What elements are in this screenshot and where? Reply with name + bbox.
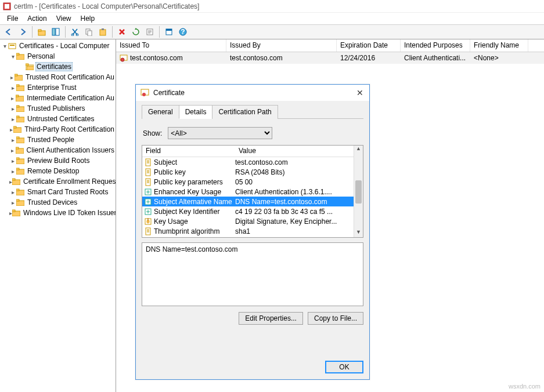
tree-item[interactable]: ▸Windows Live ID Token Issuer — [0, 208, 116, 218]
field-label: Subject Alternative Name — [153, 198, 235, 206]
tree-item[interactable]: ▸Untrusted Certificates — [0, 114, 116, 124]
field-label: Public key parameters — [153, 178, 235, 186]
tab-certpath[interactable]: Certification Path — [212, 105, 278, 119]
tree-item[interactable]: ▸Trusted People — [0, 135, 116, 145]
field-row[interactable]: Thumbprint algorithmsha1 — [142, 226, 354, 236]
tree-item[interactable]: ▸Trusted Root Certification Au — [0, 72, 116, 82]
tree-item[interactable]: ▸Client Authentication Issuers — [0, 145, 116, 155]
scroll-thumb[interactable] — [355, 180, 362, 204]
fields-scrollbar[interactable]: ▲ ▼ — [354, 146, 363, 237]
field-icon — [143, 158, 153, 166]
cut-button[interactable] — [69, 26, 81, 38]
tab-details[interactable]: Details — [179, 105, 213, 119]
field-value: Digital Signature, Key Encipher... — [235, 217, 354, 226]
menu-action[interactable]: Action — [23, 13, 51, 24]
fields-col-field[interactable]: Field — [142, 146, 235, 157]
col-issued-to[interactable]: Issued To — [116, 39, 226, 52]
delete-button[interactable] — [116, 26, 128, 38]
svg-rect-17 — [9, 43, 16, 49]
folder-icon — [16, 136, 24, 144]
svg-rect-4 — [52, 28, 55, 35]
cert-icon — [120, 54, 128, 62]
menu-help[interactable]: Help — [76, 13, 100, 24]
scroll-down-icon[interactable]: ▼ — [354, 229, 363, 237]
svg-rect-57 — [146, 169, 150, 176]
field-row[interactable]: Enhanced Key UsageClient Authentication … — [142, 187, 354, 197]
svg-rect-39 — [16, 147, 19, 149]
col-friendly[interactable]: Friendly Name — [470, 39, 528, 52]
dialog-title-bar[interactable]: Certificate ✕ — [136, 85, 369, 101]
field-icon — [143, 168, 153, 176]
svg-point-53 — [121, 58, 124, 61]
col-expiration[interactable]: Expiration Date — [337, 39, 401, 52]
properties-button[interactable] — [163, 26, 175, 38]
svg-rect-35 — [13, 126, 16, 128]
field-icon — [143, 227, 153, 235]
tree-item[interactable]: ▸Certificate Enrollment Reques — [0, 176, 116, 187]
folder-open-icon — [26, 63, 34, 71]
tree-root[interactable]: ▾ Certificates - Local Computer — [0, 41, 116, 51]
field-value: test.contoso.com — [235, 158, 354, 166]
tree-item[interactable]: ▸Smart Card Trusted Roots — [0, 187, 116, 197]
tree-item[interactable]: ▸Remote Desktop — [0, 166, 116, 176]
field-row[interactable]: Subject Alternative NameDNS Name=test.co… — [142, 197, 354, 206]
tree-item[interactable]: ▸Enterprise Trust — [0, 82, 116, 93]
svg-rect-58 — [146, 179, 150, 186]
fields-col-value[interactable]: Value — [235, 146, 354, 157]
back-button[interactable] — [2, 26, 15, 38]
menu-file[interactable]: File — [2, 13, 23, 24]
svg-rect-10 — [100, 30, 106, 35]
tree-item[interactable]: ▸Preview Build Roots — [0, 155, 116, 166]
menu-view[interactable]: View — [52, 13, 76, 24]
col-issued-by[interactable]: Issued By — [226, 39, 337, 52]
svg-text:!: ! — [147, 217, 149, 225]
forward-button[interactable] — [16, 26, 29, 38]
toolbar-separator — [112, 26, 113, 38]
field-row[interactable]: Subject Key Identifierc4 19 22 03 fa bb … — [142, 206, 354, 216]
refresh-button[interactable] — [129, 26, 142, 38]
tree-item[interactable]: ▸Intermediate Certification Au — [0, 93, 116, 103]
field-row[interactable]: Public key parameters05 00 — [142, 177, 354, 187]
svg-rect-1 — [5, 4, 9, 9]
tree-item[interactable]: ▸Trusted Devices — [0, 197, 116, 208]
toolbar-separator — [159, 26, 160, 38]
svg-rect-18 — [10, 45, 15, 46]
cell-friendly: <None> — [470, 53, 528, 63]
field-detail-box[interactable]: DNS Name=test.contoso.com — [142, 242, 363, 306]
folder-icon — [16, 104, 24, 112]
paste-button[interactable] — [96, 26, 109, 38]
svg-rect-11 — [102, 28, 104, 30]
tree-item[interactable]: ▸Third-Party Root Certification — [0, 124, 116, 135]
cell-expiration: 12/24/2016 — [337, 53, 401, 63]
col-purposes[interactable]: Intended Purposes — [401, 39, 470, 52]
field-row[interactable]: !Key UsageDigital Signature, Key Enciphe… — [142, 216, 354, 226]
up-button[interactable] — [35, 26, 48, 38]
tree-item[interactable]: ▸Trusted Publishers — [0, 103, 116, 114]
help-button[interactable]: ? — [176, 26, 189, 38]
field-label: Public key — [153, 168, 235, 176]
export-button[interactable] — [143, 26, 156, 38]
tab-general[interactable]: General — [142, 105, 179, 119]
copy-to-file-button[interactable]: Copy to File... — [308, 312, 363, 325]
svg-rect-31 — [16, 106, 19, 107]
scroll-up-icon[interactable]: ▲ — [354, 146, 363, 154]
watermark: wsxdn.com — [509, 383, 541, 390]
edit-properties-button[interactable]: Edit Properties... — [239, 312, 303, 325]
svg-rect-49 — [16, 199, 19, 201]
tree-pane[interactable]: ▾ Certificates - Local Computer ▾ Person… — [0, 39, 116, 392]
show-dropdown[interactable]: <All> — [168, 127, 272, 139]
certificate-dialog: Certificate ✕ General Details Certificat… — [135, 84, 370, 380]
close-button[interactable]: ✕ — [355, 88, 365, 97]
field-row[interactable]: Public keyRSA (2048 Bits) — [142, 167, 354, 177]
field-row[interactable]: Subjecttest.contoso.com — [142, 157, 354, 167]
folder-icon — [16, 94, 24, 102]
tree-personal[interactable]: ▾ Personal — [0, 51, 116, 61]
ok-button[interactable]: OK — [325, 361, 363, 373]
svg-text:?: ? — [181, 28, 185, 36]
list-row[interactable]: test.contoso.com test.contoso.com 12/24/… — [116, 52, 544, 64]
field-value: c4 19 22 03 fa bb 3c 43 ca f5 ... — [235, 208, 354, 216]
tree-certificates-selected[interactable]: Certificates — [0, 61, 116, 72]
show-hide-button[interactable] — [49, 26, 62, 38]
copy-button[interactable] — [82, 26, 95, 38]
svg-rect-29 — [16, 95, 19, 97]
